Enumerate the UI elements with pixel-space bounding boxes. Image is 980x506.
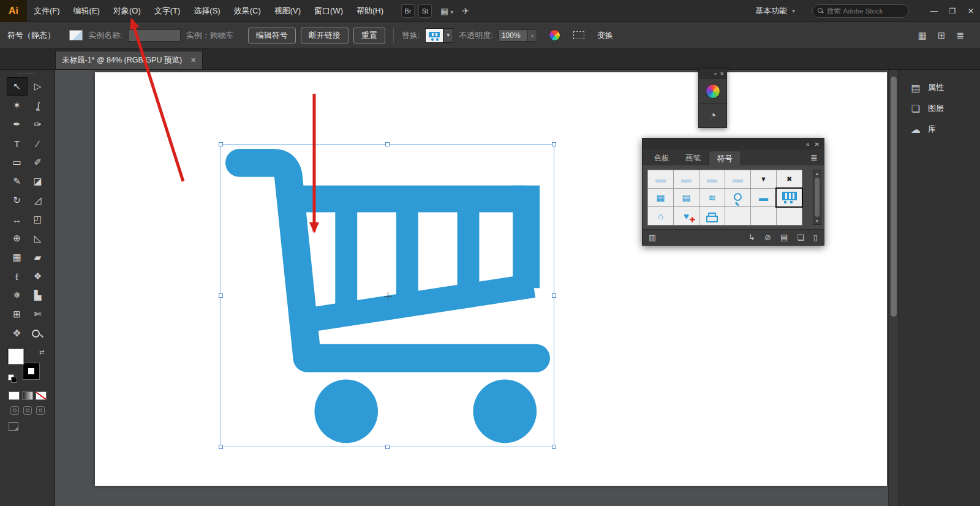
reset-button[interactable]: 重置 [353,28,385,43]
symbol-print[interactable] [699,206,725,225]
dock-layers[interactable]: ❏ 图层 [899,98,980,119]
hand-tool[interactable]: ✥ [7,324,28,342]
symbol-empty-3[interactable] [776,206,802,225]
symbol-window-bar-2[interactable]: ▬ [673,170,699,189]
type-tool[interactable]: T [7,134,28,153]
menu-window[interactable]: 窗口(W) [307,0,350,22]
close-icon[interactable]: ✕ [815,141,820,148]
document-tab[interactable]: 未标题-1* @ 84% (RGB/GPU 预览) ✕ [55,51,203,69]
curvature-tool[interactable]: ✑ [28,115,48,134]
menu-file[interactable]: 文件(F) [27,0,67,22]
chevron-down-icon[interactable]: ▼ [443,28,453,43]
selection-handle[interactable] [385,445,390,449]
panel-scrollbar-thumb[interactable] [815,178,820,217]
screen-mode-menu-button[interactable] [23,406,32,415]
place-symbol-instance-icon[interactable]: ↳ [748,233,755,242]
vertical-scrollbar[interactable] [888,70,898,506]
symbol-health-heart[interactable]: ♥ [673,206,699,225]
symbol-shopping-cart[interactable] [776,188,802,207]
tab-close-icon[interactable]: ✕ [190,56,196,64]
control-menu-icon[interactable]: ≣ [956,30,964,41]
select-similar-icon[interactable] [573,31,584,39]
selection-handle[interactable] [219,142,223,146]
workspace-switcher[interactable]: 基本功能 ▾ [755,6,795,17]
symbol-empty-2[interactable] [750,206,777,225]
symbol-window-bar-1[interactable]: ▬ [647,170,674,189]
delete-symbol-icon[interactable]: ▯ [813,233,818,242]
symbol-film[interactable]: ▤ [673,188,699,207]
symbol-home[interactable]: ⌂ [647,206,674,225]
default-fill-stroke-icon[interactable] [8,374,17,382]
selection-tool[interactable]: ↖ [7,77,28,96]
recolor-artwork-icon[interactable] [549,29,560,41]
dock-libraries[interactable]: ☁ 库 [899,119,980,140]
color-guide-cell[interactable]: ◔ [699,103,726,127]
edit-symbol-button[interactable]: 编辑符号 [248,28,296,43]
color-mode-button[interactable] [9,391,20,400]
menu-select[interactable]: 选择(S) [187,0,227,22]
stock-badge[interactable]: St [418,4,432,18]
scrollbar-thumb[interactable] [891,77,897,317]
zoom-tool[interactable] [28,324,48,342]
share-icon[interactable]: ✈ [462,6,469,16]
rotate-tool[interactable]: ↻ [7,191,28,210]
close-button[interactable]: ✕ [962,0,980,22]
cart-symbol-selection[interactable] [221,144,554,447]
symbol-calculator[interactable]: ▦ [647,188,674,207]
tab-symbols[interactable]: 符号 [709,151,741,165]
free-transform-tool[interactable]: ◰ [28,210,48,228]
canvas[interactable] [55,70,888,506]
scale-tool[interactable]: ◿ [28,191,48,210]
column-graph-tool[interactable]: ▙ [28,286,48,304]
symbol-search[interactable] [725,188,751,207]
search-input[interactable] [827,7,900,15]
symbol-libraries-menu-icon[interactable]: ▥ [649,233,656,242]
eyedropper-tool[interactable]: ℓ [7,267,28,285]
dock-properties[interactable]: ▤ 属性 [899,77,980,98]
lasso-tool[interactable]: ʆ [28,96,48,115]
selection-handle[interactable] [552,293,556,298]
break-link-button[interactable]: 断开链接 [301,28,349,43]
close-icon[interactable]: ✕ [720,71,724,77]
symbol-window-bar-4[interactable]: ▬ [725,170,751,189]
break-symbol-link-icon[interactable]: ⊘ [764,233,771,242]
pen-tool[interactable]: ✒ [7,115,28,134]
selection-handle[interactable] [552,445,556,449]
selection-handle[interactable] [385,142,390,146]
restore-button[interactable]: ❐ [943,0,962,22]
symbol-button-bar[interactable]: ▬ [750,188,777,207]
gradient-tool[interactable]: ▰ [28,248,48,266]
slice-tool[interactable]: ✄ [28,305,48,323]
magic-wand-tool[interactable]: ✶ [7,96,28,115]
panel-grip[interactable]: •••••• [0,70,55,76]
screen-mode-normal-button[interactable] [10,406,19,415]
perspective-grid-tool[interactable]: ◺ [28,229,48,247]
selection-handle[interactable] [552,142,556,146]
menu-object[interactable]: 对象(O) [107,0,148,22]
symbol-rss[interactable]: ≋ [699,188,725,207]
direct-selection-tool[interactable]: ▷ [28,77,48,96]
selection-handle[interactable] [219,293,223,298]
tab-swatches[interactable]: 色板 [646,151,677,165]
opacity-input[interactable] [499,29,528,42]
screen-mode-full-button[interactable] [36,406,45,415]
pencil-tool[interactable]: ✎ [7,172,28,191]
width-tool[interactable]: ↔ [7,210,28,228]
instance-name-input[interactable] [128,29,181,42]
blend-tool[interactable]: ❖ [28,267,48,285]
mesh-tool[interactable]: ▦ [7,248,28,266]
artboard-tool[interactable]: ⊞ [7,305,28,323]
symbol-dropdown[interactable]: ▼ [750,170,777,189]
artboard[interactable] [95,72,887,486]
rectangle-tool[interactable]: ▭ [7,153,28,172]
collapse-panel-icon[interactable]: « [806,141,810,148]
dock-columns-icon[interactable]: ⊞ [938,30,946,41]
scroll-up-icon[interactable]: ▲ [815,172,820,176]
opacity-dropdown-icon[interactable]: › [528,29,537,42]
transform-link[interactable]: 变换 [597,30,613,41]
menu-view[interactable]: 视图(V) [268,0,307,22]
draw-mode-button[interactable] [9,422,18,431]
stock-search[interactable] [812,4,909,18]
menu-effect[interactable]: 效果(C) [227,0,268,22]
panel-scrollbar[interactable]: ▲ ▼ [813,170,821,225]
